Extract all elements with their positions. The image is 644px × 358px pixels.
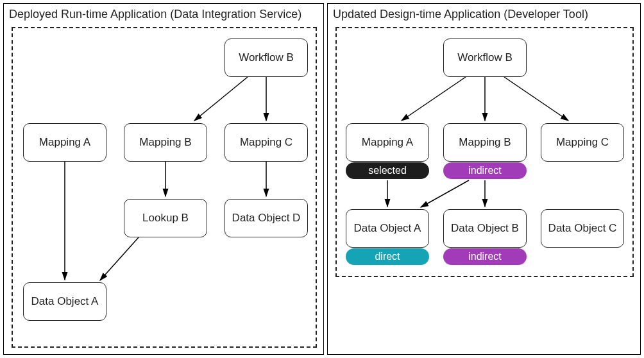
node-mapping-a-left: Mapping A: [23, 123, 106, 162]
node-label: Mapping B: [139, 136, 191, 149]
node-data-object-a-left: Data Object A: [23, 282, 106, 321]
badge-label: indirect: [468, 251, 502, 262]
node-mapping-c-left: Mapping C: [225, 123, 308, 162]
node-label: Mapping A: [39, 136, 90, 149]
node-label: Data Object A: [354, 222, 421, 235]
designtime-panel-title: Updated Design-time Application (Develop…: [333, 8, 588, 21]
badge-indirect-mapping-b: indirect: [443, 162, 527, 179]
node-data-object-b-right: Data Object B: [443, 209, 527, 248]
designtime-panel: Updated Design-time Application (Develop…: [327, 3, 641, 355]
node-data-object-a-right: Data Object A: [346, 209, 429, 248]
node-mapping-c-right: Mapping C: [541, 123, 624, 162]
node-workflow-b-right: Workflow B: [443, 38, 527, 77]
badge-indirect-data-object-b: indirect: [443, 248, 527, 265]
badge-label: selected: [368, 165, 407, 176]
node-label: Data Object C: [548, 222, 617, 235]
node-label: Data Object A: [31, 295, 99, 308]
node-lookup-b-left: Lookup B: [124, 199, 207, 237]
runtime-panel-title: Deployed Run-time Application (Data Inte…: [9, 8, 301, 21]
node-label: Mapping C: [556, 136, 609, 149]
runtime-panel: Deployed Run-time Application (Data Inte…: [3, 3, 324, 355]
node-label: Data Object B: [451, 222, 519, 235]
badge-direct: direct: [346, 248, 429, 265]
node-label: Mapping C: [240, 136, 292, 149]
badge-selected: selected: [346, 162, 429, 179]
badge-label: direct: [375, 251, 400, 262]
node-workflow-b-left: Workflow B: [225, 38, 308, 77]
badge-label: indirect: [468, 165, 502, 176]
node-data-object-d-left: Data Object D: [225, 199, 308, 237]
node-label: Mapping A: [362, 136, 413, 149]
node-label: Mapping B: [459, 136, 511, 149]
node-data-object-c-right: Data Object C: [541, 209, 624, 248]
node-label: Lookup B: [142, 212, 189, 225]
node-mapping-b-left: Mapping B: [124, 123, 207, 162]
node-label: Workflow B: [239, 51, 294, 64]
node-mapping-a-right: Mapping A: [346, 123, 429, 162]
node-label: Data Object D: [232, 212, 301, 225]
node-label: Workflow B: [457, 51, 513, 64]
node-mapping-b-right: Mapping B: [443, 123, 527, 162]
